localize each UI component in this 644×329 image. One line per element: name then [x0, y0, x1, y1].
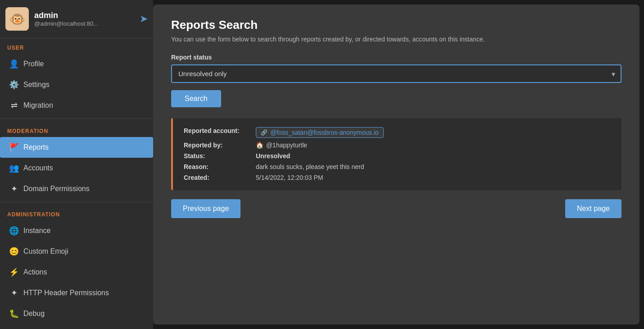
status-value: Unresolved	[256, 152, 290, 160]
sidebar-item-label: Domain Permissions	[23, 185, 90, 193]
reason-key: Reason:	[184, 163, 256, 170]
reason-row: Reason: dark souls sucks, please yeet th…	[184, 163, 611, 170]
sidebar-item-accounts[interactable]: 👥 Accounts	[0, 158, 153, 178]
reported-account-row: Reported account: 🔗 @foss_satan@fossbros…	[184, 127, 611, 138]
migration-icon: ⇌	[9, 101, 19, 110]
sidebar-item-label: Migration	[23, 101, 53, 110]
sidebar-item-custom-emoji[interactable]: 😊 Custom Emoji	[0, 241, 153, 262]
report-card: Reported account: 🔗 @foss_satan@fossbros…	[171, 118, 621, 190]
reported-by-name: @1happyturtle	[266, 142, 307, 149]
external-link-icon: 🔗	[261, 129, 268, 136]
sidebar-item-reports[interactable]: 🚩 Reports	[0, 137, 153, 158]
sidebar-item-domain-permissions[interactable]: ✦ Domain Permissions	[0, 178, 153, 199]
account-badge[interactable]: 🔗 @foss_satan@fossbros-anonymous.io	[256, 127, 384, 138]
page-title: Reports Search	[171, 18, 621, 32]
reported-by-key: Reported by:	[184, 142, 256, 149]
page-description: You can use the form below to search thr…	[171, 36, 621, 43]
reported-by-value: 🏠 @1happyturtle	[256, 142, 307, 149]
settings-icon: ⚙️	[9, 80, 19, 90]
profile-icon: 👤	[9, 59, 19, 69]
reported-account-key: Reported account:	[184, 127, 256, 134]
sidebar-item-debug[interactable]: 🐛 Debug	[0, 303, 153, 324]
sidebar-item-label: Reports	[23, 143, 49, 151]
sidebar-item-label: Settings	[23, 81, 50, 89]
instance-icon: 🌐	[9, 226, 19, 236]
user-section-label: USER	[0, 38, 153, 54]
sidebar-item-settings[interactable]: ⚙️ Settings	[0, 74, 153, 95]
status-label: Report status	[171, 54, 621, 61]
main-content: Reports Search You can use the form belo…	[153, 5, 639, 324]
sidebar-item-label: Actions	[23, 268, 47, 276]
avatar: 🐵	[5, 7, 29, 31]
reason-value: dark souls sucks, please yeet this nerd	[256, 163, 364, 170]
reports-icon: 🚩	[9, 142, 19, 152]
accounts-icon: 👥	[9, 163, 19, 173]
created-value: 5/14/2022, 12:20:03 PM	[256, 174, 323, 181]
sidebar-item-instance[interactable]: 🌐 Instance	[0, 220, 153, 241]
status-key: Status:	[184, 152, 256, 160]
account-name: @foss_satan@fossbros-anonymous.io	[270, 129, 379, 136]
redirect-icon[interactable]: ➤	[140, 13, 148, 25]
created-row: Created: 5/14/2022, 12:20:03 PM	[184, 174, 611, 181]
home-icon: 🏠	[256, 142, 263, 149]
previous-page-button[interactable]: Previous page	[171, 199, 240, 218]
pagination: Previous page Next page	[171, 199, 621, 218]
created-key: Created:	[184, 174, 256, 181]
search-button[interactable]: Search	[171, 90, 221, 107]
debug-icon: 🐛	[9, 309, 19, 319]
sidebar-item-actions[interactable]: ⚡ Actions	[0, 262, 153, 283]
username-label: admin	[34, 11, 98, 20]
administration-section-label: ADMINISTRATION	[0, 205, 153, 220]
status-select[interactable]: Unresolved only All Resolved	[171, 64, 621, 83]
next-page-button[interactable]: Next page	[565, 199, 621, 218]
sidebar-item-label: Accounts	[23, 164, 53, 172]
sidebar-item-profile[interactable]: 👤 Profile	[0, 54, 153, 74]
reported-by-row: Reported by: 🏠 @1happyturtle	[184, 142, 611, 149]
sidebar-item-migration[interactable]: ⇌ Migration	[0, 95, 153, 116]
sidebar: 🐵 admin @admin@localhost:80... ➤ USER 👤 …	[0, 0, 153, 329]
divider-2	[0, 202, 153, 202]
http-header-icon: ✦	[9, 288, 19, 298]
user-handle: @admin@localhost:80...	[34, 20, 98, 27]
user-info: admin @admin@localhost:80...	[34, 11, 98, 27]
sidebar-item-label: Instance	[23, 227, 50, 235]
user-header: 🐵 admin @admin@localhost:80... ➤	[0, 0, 153, 38]
domain-permissions-icon: ✦	[9, 184, 19, 194]
reported-account-value[interactable]: 🔗 @foss_satan@fossbros-anonymous.io	[256, 127, 384, 138]
sidebar-item-label: Profile	[23, 60, 44, 68]
sidebar-item-http-header-permissions[interactable]: ✦ HTTP Header Permissions	[0, 283, 153, 303]
sidebar-item-label: Custom Emoji	[23, 247, 68, 256]
actions-icon: ⚡	[9, 267, 19, 277]
divider	[0, 119, 153, 119]
custom-emoji-icon: 😊	[9, 247, 19, 256]
sidebar-item-label: Debug	[23, 310, 45, 318]
sidebar-item-label: HTTP Header Permissions	[23, 289, 109, 297]
status-select-wrapper: Unresolved only All Resolved	[171, 64, 621, 83]
moderation-section-label: MODERATION	[0, 122, 153, 137]
status-row: Status: Unresolved	[184, 152, 611, 160]
